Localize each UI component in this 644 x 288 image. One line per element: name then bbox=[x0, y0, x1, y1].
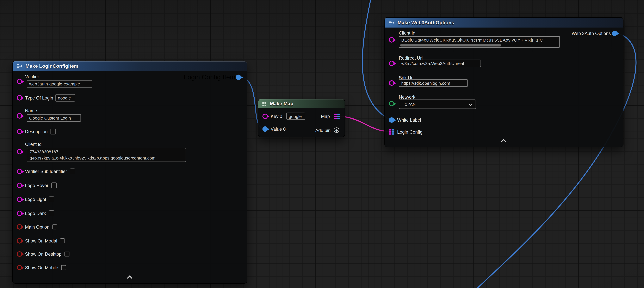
node-make-loginconfigitem[interactable]: Make LoginConfigItem Login Config Item V… bbox=[12, 61, 247, 283]
node-title: Make Web3AuthOptions bbox=[398, 20, 454, 26]
input-pin-white-label[interactable] bbox=[389, 117, 394, 123]
pin-label-main-option: Main Option bbox=[25, 224, 50, 229]
client-id-scrollbar[interactable] bbox=[400, 44, 501, 46]
pin-label-show-on-mobile: Show On Mobile bbox=[25, 265, 58, 270]
client-id-input[interactable]: BEglQSgt4cUWcj6SKRdu5QkOXTsePmMcusG5EAoy… bbox=[399, 36, 560, 48]
network-selected-value: CYAN bbox=[404, 102, 416, 107]
verifier-input[interactable] bbox=[27, 80, 92, 88]
input-pin-type-of-login[interactable] bbox=[17, 95, 22, 101]
blueprint-viewport: Make LoginConfigItem Login Config Item V… bbox=[0, 0, 644, 288]
input-pin-network[interactable] bbox=[389, 101, 394, 106]
pin-label-show-on-modal: Show On Modal bbox=[25, 238, 57, 243]
dropdown-chevron-icon bbox=[468, 102, 472, 106]
pin-label-value-0: Value 0 bbox=[271, 127, 286, 132]
row-logo-hover: Logo Hover bbox=[25, 182, 56, 189]
output-login-config-item: Login Config Item bbox=[184, 74, 235, 81]
main-option-checkbox[interactable] bbox=[52, 224, 57, 229]
pin-label-client-id: Client Id bbox=[399, 31, 415, 36]
row-description: Description bbox=[25, 128, 56, 135]
row-main-option: Main Option bbox=[25, 223, 57, 231]
input-pin-main-option[interactable] bbox=[17, 224, 22, 230]
pin-label-type-of-login: Type Of Login bbox=[25, 95, 53, 100]
input-pin-name[interactable] bbox=[17, 113, 22, 119]
make-map-icon bbox=[262, 101, 267, 106]
name-input[interactable] bbox=[27, 114, 81, 122]
pin-label-logo-hover: Logo Hover bbox=[25, 183, 48, 188]
add-pin-icon[interactable]: + bbox=[334, 127, 339, 133]
pin-label-network: Network bbox=[399, 95, 415, 100]
redirect-url-input[interactable] bbox=[399, 60, 481, 67]
show-on-mobile-checkbox[interactable] bbox=[61, 265, 66, 270]
pin-label-login-config: Login Config bbox=[397, 130, 422, 134]
add-pin-label: Add pin bbox=[315, 128, 331, 133]
logo-light-input[interactable] bbox=[49, 196, 54, 202]
input-pin-key-0[interactable] bbox=[262, 114, 268, 119]
collapse-chevron-icon[interactable] bbox=[127, 275, 132, 279]
output-pin-label-map: Map bbox=[321, 114, 330, 119]
key-0-input[interactable] bbox=[286, 113, 305, 120]
row-logo-light: Logo Light bbox=[25, 196, 54, 203]
input-pin-show-on-mobile[interactable] bbox=[17, 265, 22, 270]
node-header[interactable]: Make LoginConfigItem bbox=[13, 61, 247, 71]
input-pin-value-0[interactable] bbox=[262, 126, 268, 132]
output-pin-web3auth-options[interactable] bbox=[612, 31, 618, 36]
input-pin-sdk-url[interactable] bbox=[389, 80, 394, 86]
pin-label-key-0: Key 0 bbox=[271, 114, 282, 119]
input-pin-logo-dark[interactable] bbox=[17, 211, 22, 216]
input-pin-login-config[interactable] bbox=[389, 129, 394, 135]
pin-label-client-id: Client Id bbox=[25, 142, 42, 147]
input-pin-redirect-url[interactable] bbox=[389, 61, 394, 66]
input-pin-client-id[interactable] bbox=[389, 37, 394, 43]
input-pin-verifier-sub-identifier[interactable] bbox=[17, 169, 22, 174]
input-pin-client-id[interactable] bbox=[17, 149, 22, 154]
pin-label-name: Name bbox=[25, 108, 37, 113]
input-pin-logo-light[interactable] bbox=[17, 197, 22, 202]
row-show-on-desktop: Show On Desktop bbox=[25, 250, 69, 258]
row-verifier-sub-identifier: Verifier Sub Identifier bbox=[25, 168, 75, 175]
input-pin-verifier[interactable] bbox=[17, 79, 22, 84]
output-pin-label: Login Config Item bbox=[184, 74, 235, 81]
logo-dark-input[interactable] bbox=[49, 210, 54, 216]
node-title: Make Map bbox=[270, 101, 293, 106]
node-make-map[interactable]: Make Map Key 0 Map Value 0 Add pin + bbox=[258, 99, 345, 137]
sdk-url-input[interactable] bbox=[399, 79, 468, 87]
pin-label-white-label: White Label bbox=[397, 118, 421, 123]
collapse-chevron-icon[interactable] bbox=[502, 139, 506, 143]
row-logo-dark: Logo Dark bbox=[25, 210, 54, 217]
row-show-on-mobile: Show On Mobile bbox=[25, 264, 66, 271]
pin-label-logo-light: Logo Light bbox=[25, 197, 46, 202]
description-input[interactable] bbox=[50, 129, 56, 134]
node-title: Make LoginConfigItem bbox=[26, 63, 78, 69]
client-id-input[interactable]: 774338308167-q463s7kpvja16l4l0kko3nb925i… bbox=[27, 148, 186, 162]
verifier-sub-identifier-input[interactable] bbox=[70, 169, 75, 174]
make-struct-icon bbox=[16, 64, 22, 69]
network-dropdown[interactable]: CYAN bbox=[399, 100, 476, 109]
pin-label-description: Description bbox=[25, 129, 48, 134]
output-pin-label-web3auth-options: Web 3Auth Options bbox=[572, 31, 611, 36]
output-pin-map[interactable] bbox=[334, 114, 340, 119]
input-pin-description[interactable] bbox=[17, 129, 22, 134]
show-on-modal-checkbox[interactable] bbox=[60, 238, 65, 243]
pin-label-verifier: Verifier bbox=[25, 74, 39, 79]
input-pin-logo-hover[interactable] bbox=[17, 183, 22, 188]
node-make-web3authoptions[interactable]: Make Web3AuthOptions Web 3Auth Options C… bbox=[384, 17, 624, 147]
pin-label-logo-dark: Logo Dark bbox=[25, 211, 46, 216]
node-header[interactable]: Make Map bbox=[258, 99, 345, 108]
pin-label-show-on-desktop: Show On Desktop bbox=[25, 251, 62, 256]
show-on-desktop-checkbox[interactable] bbox=[64, 251, 69, 256]
client-id-value: BEglQSgt4cUWcj6SKRdu5QkOXTsePmMcusG5EAoy… bbox=[401, 38, 558, 43]
logo-hover-input[interactable] bbox=[51, 182, 57, 188]
input-pin-show-on-modal[interactable] bbox=[17, 238, 22, 244]
output-pin-login-config-item[interactable] bbox=[236, 75, 241, 80]
input-pin-show-on-desktop[interactable] bbox=[17, 251, 22, 257]
make-struct-icon bbox=[388, 20, 395, 25]
node-header[interactable]: Make Web3AuthOptions bbox=[385, 18, 623, 28]
row-show-on-modal: Show On Modal bbox=[25, 237, 65, 245]
type-of-login-input[interactable] bbox=[56, 94, 75, 102]
pin-label-verifier-sub-identifier: Verifier Sub Identifier bbox=[25, 169, 67, 174]
